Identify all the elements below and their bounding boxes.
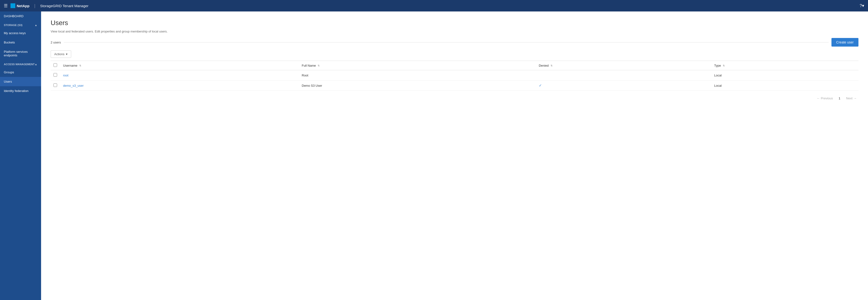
sidebar-item-my-access-keys[interactable]: My access keys (0, 28, 41, 38)
sidebar-item-dashboard[interactable]: DASHBOARD (0, 11, 41, 21)
main-content: Users View local and federated users. Ed… (41, 11, 868, 300)
table-row: demo_s3_user Demo S3 User ✓ Local (51, 81, 859, 91)
select-all-checkbox[interactable] (54, 63, 57, 67)
username-sort-icon[interactable]: ⇅ (79, 64, 81, 67)
type-sort-icon[interactable]: ⇅ (723, 64, 725, 67)
row-2-checkbox-cell (51, 81, 60, 91)
root-user-link[interactable]: root (63, 73, 68, 77)
menu-icon[interactable]: ☰ (4, 3, 8, 8)
row-1-username: root (60, 70, 299, 81)
app-title: StorageGRID Tenant Manager (40, 4, 88, 8)
row-2-username: demo_s3_user (60, 81, 299, 91)
col-header-type: Type ⇅ (711, 61, 859, 70)
users-count-row: 2 users Create user (51, 38, 859, 47)
row-2-fullname: Demo S3 User (299, 81, 536, 91)
row-1-denied (536, 70, 711, 81)
col-header-full-name: Full Name ⇅ (299, 61, 536, 70)
prev-arrow-icon: ← (817, 96, 820, 100)
next-arrow-icon: → (854, 96, 857, 100)
users-count: 2 users (51, 40, 61, 44)
next-button[interactable]: Next → (844, 95, 859, 101)
page-description: View local and federated users. Edit pro… (51, 30, 859, 33)
table-row: root Root Local (51, 70, 859, 81)
row-2-denied: ✓ (536, 81, 711, 91)
col-header-denied: Denied ⇅ (536, 61, 711, 70)
row-2-checkbox[interactable] (54, 83, 57, 87)
access-chevron-icon: ▲ (35, 63, 37, 66)
sidebar-item-platform-services[interactable]: Platform services endpoints (0, 47, 41, 60)
actions-button[interactable]: Actions ▾ (51, 51, 71, 58)
fullname-sort-icon[interactable]: ⇅ (318, 64, 319, 67)
denied-check-icon: ✓ (539, 83, 542, 87)
select-all-header (51, 61, 60, 70)
row-1-type: Local (711, 70, 859, 81)
nav-divider: | (34, 3, 35, 8)
row-1-checkbox-cell (51, 70, 60, 81)
actions-label: Actions (54, 52, 64, 56)
sidebar-item-buckets[interactable]: Buckets (0, 38, 41, 47)
current-page-number: 1 (837, 96, 842, 100)
page-title: Users (51, 19, 859, 27)
denied-sort-icon[interactable]: ⇅ (551, 64, 553, 67)
logo-text: NetApp (17, 4, 29, 8)
top-nav: ☰ NetApp | StorageGRID Tenant Manager ?▾ (0, 0, 868, 11)
actions-chevron-icon: ▾ (66, 52, 68, 56)
logo-square (10, 3, 15, 8)
count-divider (64, 42, 829, 42)
create-user-button[interactable]: Create user (832, 38, 859, 47)
sidebar-section-access-management[interactable]: ACCESS MANAGEMENT ▲ (0, 60, 41, 68)
help-icon[interactable]: ?▾ (860, 3, 864, 8)
row-1-fullname: Root (299, 70, 536, 81)
col-header-username: Username ⇅ (60, 61, 299, 70)
netapp-logo: NetApp (10, 3, 29, 8)
table-header-row: Username ⇅ Full Name ⇅ Denied ⇅ Type ⇅ (51, 61, 859, 70)
pagination: ← Previous 1 Next → (51, 91, 859, 106)
sidebar-section-storage[interactable]: STORAGE (S3) ▲ (0, 21, 41, 28)
row-2-type: Local (711, 81, 859, 91)
row-1-checkbox[interactable] (54, 73, 57, 77)
sidebar: DASHBOARD STORAGE (S3) ▲ My access keys … (0, 11, 41, 300)
previous-button[interactable]: ← Previous (815, 95, 835, 101)
actions-row: Actions ▾ (51, 51, 859, 58)
users-table: Username ⇅ Full Name ⇅ Denied ⇅ Type ⇅ (51, 61, 859, 91)
sidebar-item-groups[interactable]: Groups (0, 68, 41, 77)
demo-s3-user-link[interactable]: demo_s3_user (63, 84, 84, 87)
sidebar-item-identity-federation[interactable]: Identity federation (0, 86, 41, 95)
storage-chevron-icon: ▲ (35, 24, 37, 27)
sidebar-item-users[interactable]: Users (0, 77, 41, 86)
